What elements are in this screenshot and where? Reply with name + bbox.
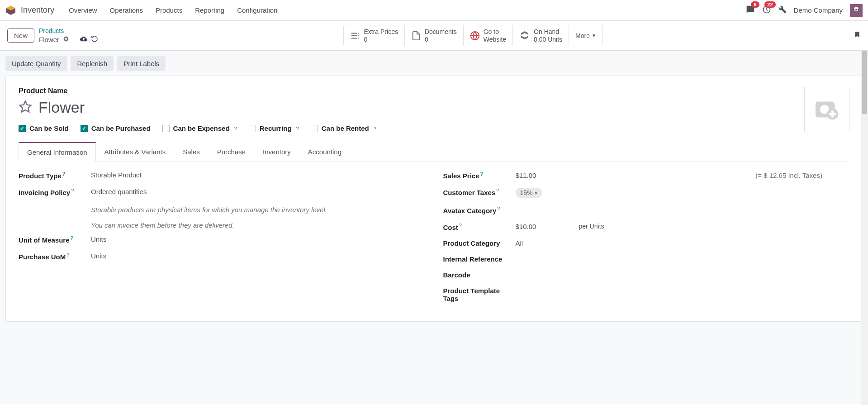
new-button[interactable]: New — [7, 29, 34, 43]
print-labels-button[interactable]: Print Labels — [117, 56, 166, 71]
checkbox-can-be-expensed[interactable] — [162, 125, 170, 132]
invoicing-policy-field[interactable]: Ordered quantities — [91, 188, 425, 195]
help-icon[interactable]: ? — [66, 252, 69, 257]
help-icon[interactable]: ? — [234, 126, 237, 131]
product-image-upload[interactable] — [804, 87, 849, 132]
help-icon[interactable]: ? — [480, 171, 483, 176]
purchase-uom-field[interactable]: Units — [91, 252, 425, 260]
stat-documents[interactable]: Documents0 — [405, 25, 464, 46]
favorite-star-icon[interactable] — [19, 100, 32, 115]
cost-field[interactable]: $10.00 — [516, 223, 547, 230]
remove-tag-icon[interactable]: × — [535, 190, 538, 196]
stat-extra-prices[interactable]: Extra Prices0 — [344, 25, 404, 46]
tabs: General Information Attributes & Variant… — [19, 142, 849, 162]
checkbox-can-be-sold[interactable] — [19, 125, 26, 132]
help-icon[interactable]: ? — [71, 235, 73, 241]
breadcrumb-current: Flower — [39, 36, 59, 43]
tab-accounting[interactable]: Accounting — [299, 142, 350, 162]
help-icon[interactable]: ? — [71, 188, 74, 193]
product-category-field[interactable]: All — [516, 239, 850, 247]
activities-badge: 22 — [764, 1, 775, 8]
activities-icon[interactable]: 22 — [762, 5, 771, 15]
help-icon[interactable]: ? — [374, 126, 376, 131]
stat-website[interactable]: Go toWebsite — [464, 25, 513, 46]
help-icon[interactable]: ? — [459, 223, 462, 228]
nav-overview[interactable]: Overview — [63, 3, 103, 18]
tab-sales[interactable]: Sales — [174, 142, 209, 162]
svg-point-6 — [854, 9, 856, 10]
product-type-field[interactable]: Storable Product — [91, 171, 425, 179]
app-title[interactable]: Inventory — [21, 5, 54, 15]
messages-icon[interactable]: 6 — [746, 5, 755, 15]
product-name-input[interactable]: Flower — [38, 99, 85, 116]
user-avatar[interactable] — [850, 4, 863, 17]
breadcrumb-parent[interactable]: Products — [39, 27, 98, 34]
help-text: You can invoice them before they are del… — [19, 220, 425, 231]
svg-point-7 — [857, 9, 859, 10]
main-content: Update Quantity Replenish Print Labels P… — [0, 51, 868, 404]
tab-inventory[interactable]: Inventory — [254, 142, 299, 162]
checkbox-recurring[interactable] — [249, 125, 256, 132]
stat-onhand[interactable]: On Hand0.00 Units — [513, 25, 569, 46]
form-sheet: Product Name Flower Can be Sold Can be P… — [5, 76, 863, 322]
uom-field[interactable]: Units — [91, 235, 425, 243]
nav-operations[interactable]: Operations — [104, 3, 148, 18]
caret-down-icon: ▼ — [592, 33, 596, 38]
stat-more[interactable]: More ▼ — [569, 25, 602, 46]
nav-reporting[interactable]: Reporting — [190, 3, 230, 18]
scrollbar[interactable] — [861, 51, 868, 404]
svg-marker-9 — [20, 101, 31, 112]
checkbox-can-be-purchased[interactable] — [81, 125, 88, 132]
app-logo-icon — [5, 5, 16, 16]
checkbox-can-be-rented[interactable] — [311, 125, 318, 132]
nav-products[interactable]: Products — [150, 3, 188, 18]
breadcrumb: Products Flower — [39, 27, 98, 44]
sales-price-field[interactable]: $11.00 — [516, 172, 570, 179]
replenish-button[interactable]: Replenish — [71, 56, 114, 71]
product-name-label: Product Name — [19, 87, 804, 95]
update-quantity-button[interactable]: Update Quantity — [5, 56, 67, 71]
help-icon[interactable]: ? — [496, 188, 499, 193]
tab-attributes-variants[interactable]: Attributes & Variants — [96, 142, 175, 162]
cost-units: per Units — [579, 223, 604, 230]
form-right-column: Sales Price? $11.00 (= $ 12.65 Incl. Tax… — [443, 171, 850, 310]
cloud-upload-icon[interactable] — [80, 35, 87, 44]
nav-configuration[interactable]: Configuration — [232, 3, 283, 18]
tab-general-information[interactable]: General Information — [19, 142, 96, 162]
help-icon[interactable]: ? — [497, 206, 500, 211]
tab-purchase[interactable]: Purchase — [209, 142, 254, 162]
help-icon[interactable]: ? — [296, 126, 299, 131]
messages-badge: 6 — [751, 1, 759, 8]
top-navbar: Inventory Overview Operations Products R… — [0, 0, 868, 21]
help-text: Storable products are physical items for… — [19, 205, 425, 215]
undo-icon[interactable] — [91, 35, 98, 44]
gear-icon[interactable] — [63, 36, 69, 43]
control-panel: New Products Flower Extra Prices0 Docume… — [0, 21, 868, 51]
customer-taxes-field[interactable]: 15%× — [516, 188, 850, 198]
help-icon[interactable]: ? — [62, 171, 65, 176]
tools-icon[interactable] — [778, 5, 787, 15]
form-left-column: Product Type? Storable Product Invoicing… — [19, 171, 425, 310]
bookmark-icon[interactable] — [854, 30, 861, 41]
tax-tag: 15%× — [516, 188, 543, 198]
stat-buttons: Extra Prices0 Documents0 Go toWebsite On… — [343, 25, 602, 47]
sales-price-incl-taxes: (= $ 12.65 Incl. Taxes) — [755, 172, 822, 179]
company-name[interactable]: Demo Company — [794, 6, 843, 14]
